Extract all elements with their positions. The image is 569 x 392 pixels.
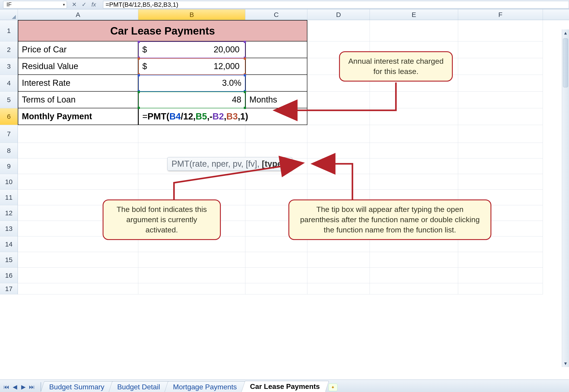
cell-C2[interactable] <box>245 42 307 58</box>
cell-F5[interactable] <box>458 92 543 108</box>
cell-B3[interactable]: $12,000 <box>138 58 245 75</box>
cell-A8[interactable] <box>18 143 138 158</box>
row-header-13[interactable]: 13 <box>0 221 18 237</box>
cell-C15[interactable] <box>245 252 307 268</box>
cell-A16[interactable] <box>18 268 138 283</box>
row-header-9[interactable]: 9 <box>0 158 18 174</box>
cell-E9[interactable] <box>370 158 458 174</box>
sheet-tab-mortgage-payments[interactable]: Mortgage Payments <box>165 381 246 392</box>
name-box-dropdown-icon[interactable]: ▾ <box>63 2 65 7</box>
cell-B17[interactable] <box>138 283 245 294</box>
row-header-15[interactable]: 15 <box>0 252 18 268</box>
row-header-14[interactable]: 14 <box>0 237 18 252</box>
cell-E7[interactable] <box>370 125 458 143</box>
title-cell[interactable]: Car Lease Payments <box>18 20 307 42</box>
cell-D1[interactable] <box>307 20 370 42</box>
cell-D17[interactable] <box>307 283 370 294</box>
column-header-E[interactable]: E <box>370 9 458 20</box>
name-box[interactable]: IF ▾ <box>3 1 67 8</box>
cell-A10[interactable] <box>18 174 138 190</box>
row-header-3[interactable]: 3 <box>0 58 18 75</box>
row-header-12[interactable]: 12 <box>0 205 18 221</box>
cell-B2[interactable]: $20,000 <box>138 42 245 58</box>
cell-A6[interactable]: Monthly Payment <box>18 108 138 125</box>
cell-E6[interactable] <box>370 108 458 125</box>
scroll-thumb[interactable] <box>563 38 568 87</box>
cell-E10[interactable] <box>370 174 458 190</box>
cell-C3[interactable] <box>245 58 307 75</box>
cell-F16[interactable] <box>458 268 543 283</box>
column-header-F[interactable]: F <box>458 9 543 20</box>
cell-D6[interactable] <box>307 108 370 125</box>
cell-B15[interactable] <box>138 252 245 268</box>
vertical-scrollbar[interactable]: ▲ ▼ <box>562 29 569 367</box>
cell-A2[interactable]: Price of Car <box>18 42 138 58</box>
select-all-corner[interactable] <box>0 9 18 20</box>
cell-A15[interactable] <box>18 252 138 268</box>
row-header-1[interactable]: 1 <box>0 20 18 42</box>
sheet-nav-last-icon[interactable]: ⏭ <box>28 383 36 391</box>
cell-C4[interactable] <box>245 75 307 92</box>
formula-input[interactable]: =PMT(B4/12,B5,-B2,B3,1) <box>103 1 569 8</box>
cell-B16[interactable] <box>138 268 245 283</box>
cell-F7[interactable] <box>458 125 543 143</box>
column-header-B[interactable]: B <box>138 9 245 20</box>
cell-F15[interactable] <box>458 252 543 268</box>
row-header-7[interactable]: 7 <box>0 125 18 143</box>
insert-function-icon[interactable]: fx <box>90 1 97 8</box>
sheet-tab-car-lease-payments[interactable]: Car Lease Payments <box>241 381 329 392</box>
cell-F10[interactable] <box>458 174 543 190</box>
column-header-C[interactable]: C <box>245 9 307 20</box>
cell-D5[interactable] <box>307 92 370 108</box>
sheet-nav-prev-icon[interactable]: ◀ <box>11 383 19 391</box>
sheet-tab-budget-summary[interactable]: Budget Summary <box>41 381 114 392</box>
row-header-16[interactable]: 16 <box>0 268 18 283</box>
row-header-5[interactable]: 5 <box>0 92 18 108</box>
cell-F9[interactable] <box>458 158 543 174</box>
cell-B6-active[interactable]: =PMT(B4/12,B5,-B2,B3,1) <box>138 108 307 125</box>
row-header-2[interactable]: 2 <box>0 42 18 58</box>
cell-B4[interactable]: 3.0% <box>138 75 245 92</box>
cell-E15[interactable] <box>370 252 458 268</box>
cancel-formula-icon[interactable]: ✕ <box>71 1 78 8</box>
column-header-A[interactable]: A <box>18 9 138 20</box>
sheet-nav-first-icon[interactable]: ⏮ <box>3 383 10 391</box>
cell-A7[interactable] <box>18 125 138 143</box>
column-header-D[interactable]: D <box>307 9 370 20</box>
row-header-10[interactable]: 10 <box>0 174 18 190</box>
cell-D10[interactable] <box>307 174 370 190</box>
cell-E17[interactable] <box>370 283 458 294</box>
cell-B10[interactable] <box>138 174 245 190</box>
cell-D7[interactable] <box>307 125 370 143</box>
cell-F2[interactable] <box>458 42 543 58</box>
cell-C7[interactable] <box>245 125 307 143</box>
cell-D15[interactable] <box>307 252 370 268</box>
cell-E1[interactable] <box>370 20 458 42</box>
cell-B8[interactable] <box>138 143 245 158</box>
cell-B7[interactable] <box>138 125 245 143</box>
cell-A3[interactable]: Residual Value <box>18 58 138 75</box>
cell-C5[interactable]: Months <box>245 92 307 108</box>
new-sheet-button[interactable] <box>329 384 337 391</box>
sheet-nav-next-icon[interactable]: ▶ <box>20 383 27 391</box>
scroll-up-icon[interactable]: ▲ <box>562 29 569 37</box>
cell-A4[interactable]: Interest Rate <box>18 75 138 92</box>
cell-E8[interactable] <box>370 143 458 158</box>
cell-B5[interactable]: 48 <box>138 92 245 108</box>
row-header-8[interactable]: 8 <box>0 143 18 158</box>
cell-F17[interactable] <box>458 283 543 294</box>
cell-F8[interactable] <box>458 143 543 158</box>
sheet-tab-budget-detail[interactable]: Budget Detail <box>109 381 169 392</box>
scroll-down-icon[interactable]: ▼ <box>562 360 569 367</box>
cell-A17[interactable] <box>18 283 138 294</box>
accept-formula-icon[interactable]: ✓ <box>80 1 88 8</box>
row-header-6[interactable]: 6 <box>0 108 18 125</box>
cell-E5[interactable] <box>370 92 458 108</box>
cell-E16[interactable] <box>370 268 458 283</box>
cell-F3[interactable] <box>458 58 543 75</box>
row-header-11[interactable]: 11 <box>0 190 18 205</box>
row-header-17[interactable]: 17 <box>0 283 18 294</box>
cell-C16[interactable] <box>245 268 307 283</box>
cell-F1[interactable] <box>458 20 543 42</box>
cell-C8[interactable] <box>245 143 307 158</box>
